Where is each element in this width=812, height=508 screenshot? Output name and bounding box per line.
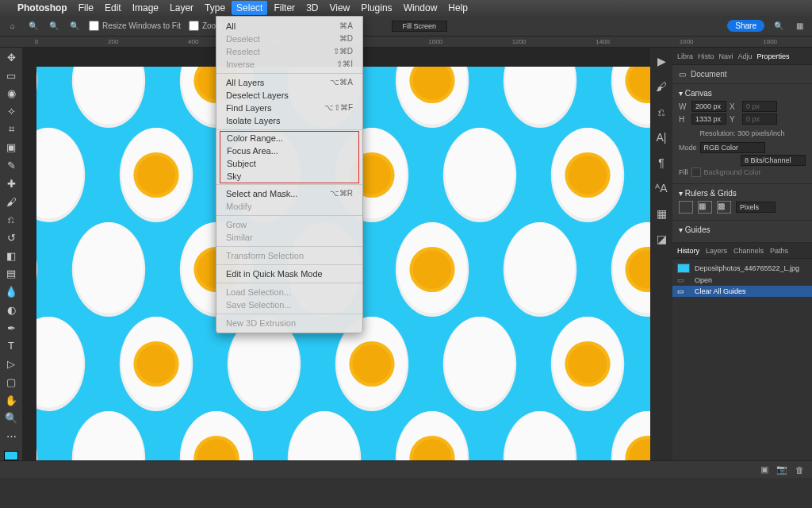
character-icon[interactable]: A|	[654, 130, 668, 144]
egg-image	[389, 405, 476, 460]
path-tool[interactable]: ▷	[3, 357, 19, 371]
dodge-tool[interactable]: ◐	[3, 303, 19, 317]
tab-paths[interactable]: Paths	[770, 247, 788, 255]
guides-section-header[interactable]: ▾ Guides	[679, 225, 806, 234]
depth-select[interactable]: 8 Bits/Channel	[741, 155, 806, 166]
menu-window[interactable]: Window	[404, 2, 438, 13]
fill-swatch[interactable]	[691, 167, 701, 177]
color-icon[interactable]: ◪	[654, 232, 668, 246]
search-icon[interactable]: 🔍	[772, 20, 785, 33]
workspace-icon[interactable]: ▦	[793, 20, 806, 33]
zoom-in-icon[interactable]: 🔍	[48, 20, 60, 33]
heal-tool[interactable]: ✚	[3, 177, 19, 190]
menu-item-find-layers[interactable]: Find Layers⌥⇧⌘F	[216, 102, 362, 114]
menu-image[interactable]: Image	[132, 2, 159, 13]
gradient-tool[interactable]: ▤	[3, 267, 19, 281]
menu-type[interactable]: Type	[205, 2, 225, 13]
fill-screen-button[interactable]: Fill Screen	[392, 21, 447, 32]
paragraph-icon[interactable]: ¶	[654, 156, 668, 170]
width-field[interactable]: 2000 px	[691, 101, 726, 112]
menu-view[interactable]: View	[329, 2, 350, 13]
lasso-tool[interactable]: ◉	[3, 87, 19, 100]
rulers-section-header[interactable]: ▾ Rulers & Grids	[679, 189, 806, 198]
history-item[interactable]: ▭Open	[672, 275, 812, 286]
menu-3d[interactable]: 3D	[306, 2, 318, 13]
brush-tool[interactable]: 🖌	[3, 195, 19, 209]
menu-item-edit-in-quick-mask-mode[interactable]: Edit in Quick Mask Mode	[216, 267, 362, 280]
tab-properties[interactable]: Properties	[757, 52, 790, 60]
wand-tool[interactable]: ✧	[3, 105, 19, 118]
tab-channels[interactable]: Channels	[733, 247, 764, 255]
menu-item-select-and-mask[interactable]: Select and Mask...⌥⌘R	[216, 187, 362, 200]
blur-tool[interactable]: 💧	[3, 285, 19, 298]
menu-file[interactable]: File	[79, 2, 94, 13]
move-tool[interactable]: ✥	[3, 51, 19, 64]
share-button[interactable]: Share	[727, 20, 764, 32]
zoom-out-icon[interactable]: 🔍	[68, 20, 81, 33]
canvas-section-header[interactable]: ▾ Canvas	[679, 89, 806, 98]
height-field[interactable]: 1333 px	[691, 114, 726, 125]
glyph-icon[interactable]: ᴬA	[654, 181, 668, 195]
pen-tool[interactable]: ✒	[3, 321, 19, 335]
tab-navigator[interactable]: Navi	[719, 52, 733, 60]
menu-select[interactable]: Select	[232, 1, 267, 15]
menu-item-isolate-layers[interactable]: Isolate Layers	[216, 114, 362, 127]
tab-adjustments[interactable]: Adju	[738, 52, 753, 60]
zoom-icon[interactable]: 🔍	[27, 20, 40, 33]
zoom-tool[interactable]: 🔍	[3, 411, 19, 425]
marquee-tool[interactable]: ▭	[3, 69, 19, 83]
units-select[interactable]: Pixels	[736, 202, 776, 213]
eyedropper-tool[interactable]: ✎	[3, 159, 19, 172]
foreground-swatch[interactable]	[4, 451, 18, 460]
crop-tool[interactable]: ⌗	[3, 123, 19, 137]
pixel-grid-icon[interactable]: ▩	[717, 201, 731, 214]
menu-item-deselect-layers[interactable]: Deselect Layers	[216, 89, 362, 102]
fill-label: Fill	[679, 168, 688, 176]
grid-icon[interactable]: ▦	[698, 201, 712, 214]
trash-icon[interactable]: 🗑	[795, 465, 804, 475]
clone-icon[interactable]: ⎌	[654, 105, 668, 119]
tab-libraries[interactable]: Libra	[677, 52, 693, 60]
menu-filter[interactable]: Filter	[274, 2, 295, 13]
mode-select[interactable]: RGB Color	[700, 142, 765, 153]
tab-layers[interactable]: Layers	[706, 247, 727, 255]
home-icon[interactable]: ⌂	[6, 20, 19, 33]
camera-icon[interactable]: 📷	[776, 464, 787, 475]
menu-item-transform-selection: Transform Selection	[216, 249, 362, 262]
ruler-tick: 1400	[596, 38, 610, 45]
stamp-tool[interactable]: ⎌	[3, 213, 19, 226]
eraser-tool[interactable]: ◧	[3, 249, 19, 263]
menu-edit[interactable]: Edit	[105, 2, 121, 13]
menu-layer[interactable]: Layer	[170, 2, 193, 13]
history-item[interactable]: ▭Clear All Guides	[672, 286, 812, 297]
menu-plugins[interactable]: Plugins	[361, 2, 392, 13]
snapshot-icon[interactable]: ▣	[760, 464, 768, 475]
ruler-icon[interactable]	[679, 201, 693, 214]
menu-item-sky[interactable]: Sky	[220, 170, 358, 183]
menu-item-subject[interactable]: Subject	[220, 157, 358, 170]
menu-item-all[interactable]: All⌘A	[216, 20, 362, 33]
shape-tool[interactable]: ▢	[3, 375, 19, 389]
tab-histogram[interactable]: Histo	[698, 52, 714, 60]
y-field: 0 px	[742, 114, 777, 125]
menu-item-color-range[interactable]: Color Range...	[220, 132, 358, 144]
resize-windows-checkbox[interactable]: Resize Windows to Fit	[89, 21, 181, 31]
brush-settings-icon[interactable]: 🖌	[654, 79, 668, 94]
swatches-icon[interactable]: ▦	[654, 206, 668, 221]
egg-image	[604, 405, 650, 460]
right-panels: Libra Histo Navi Adju Properties ▭ Docum…	[672, 48, 812, 460]
edit-toolbar[interactable]: ⋯	[3, 429, 19, 443]
hand-tool[interactable]: ✋	[3, 394, 19, 407]
tab-history[interactable]: History	[677, 247, 699, 255]
history-source[interactable]: Depositphotos_446765522_L.jpg	[672, 262, 812, 275]
type-tool[interactable]: T	[3, 340, 19, 353]
history-brush-tool[interactable]: ↺	[3, 231, 19, 244]
egg-image	[544, 310, 631, 418]
app-name[interactable]: Photoshop	[17, 2, 67, 13]
menu-help[interactable]: Help	[448, 2, 468, 13]
menu-item-all-layers[interactable]: All Layers⌥⌘A	[216, 76, 362, 89]
svg-point-53	[74, 222, 144, 313]
play-icon[interactable]: ▶	[654, 54, 668, 68]
frame-tool[interactable]: ▣	[3, 141, 19, 155]
menu-item-focus-area[interactable]: Focus Area...	[220, 144, 358, 157]
